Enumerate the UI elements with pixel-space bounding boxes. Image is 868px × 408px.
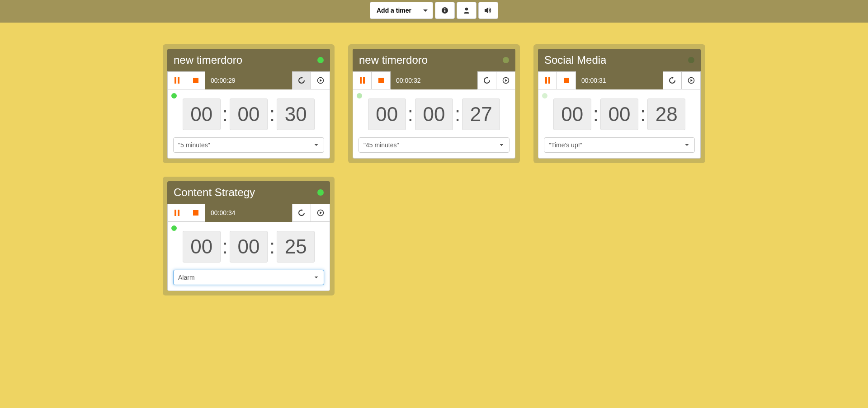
- pause-icon: [360, 77, 365, 84]
- timer-controls: 00:00:34: [167, 204, 330, 222]
- hours-segment[interactable]: 00: [183, 98, 221, 130]
- svg-point-1: [444, 8, 446, 9]
- status-dot-icon: [503, 57, 509, 63]
- add-timer-button[interactable]: Add a timer: [370, 2, 418, 19]
- stop-button[interactable]: [186, 71, 205, 89]
- play-button[interactable]: [496, 71, 515, 89]
- elapsed-time: 00:00:34: [205, 204, 292, 222]
- play-button[interactable]: [311, 204, 330, 222]
- alarm-select[interactable]: "45 minutes": [359, 137, 509, 153]
- stop-button[interactable]: [557, 71, 576, 89]
- play-circle-icon: [502, 77, 509, 84]
- refresh-icon: [669, 77, 676, 84]
- countdown-display: 00:00:28: [544, 98, 695, 130]
- timer-card: new timerdoro00:00:3200:00:27"45 minutes…: [348, 44, 520, 163]
- seconds-segment[interactable]: 30: [277, 98, 315, 130]
- hours-segment[interactable]: 00: [553, 98, 591, 130]
- timer-card: new timerdoro00:00:2900:00:30"5 minutes": [163, 44, 335, 163]
- timer-title: Social Media: [544, 54, 606, 66]
- refresh-button[interactable]: [477, 71, 496, 89]
- mini-status-dot-icon: [357, 93, 362, 98]
- mini-status-dot-icon: [171, 93, 177, 98]
- countdown-display: 00:00:25: [173, 231, 324, 263]
- timer-header[interactable]: new timerdoro: [167, 49, 330, 71]
- topbar-controls: Add a timer: [370, 2, 498, 19]
- status-dot-icon: [317, 189, 324, 196]
- pause-button[interactable]: [538, 71, 557, 89]
- refresh-button[interactable]: [292, 204, 311, 222]
- pause-button[interactable]: [353, 71, 372, 89]
- refresh-icon: [298, 77, 305, 84]
- timer-controls: 00:00:32: [353, 71, 515, 89]
- timer-title: new timerdoro: [359, 54, 428, 66]
- sound-button[interactable]: [478, 2, 498, 19]
- timer-title: new timerdoro: [174, 54, 242, 66]
- minutes-segment[interactable]: 00: [230, 98, 268, 130]
- hours-segment[interactable]: 00: [183, 231, 221, 263]
- stop-icon: [193, 210, 198, 216]
- stop-icon: [193, 78, 198, 83]
- mini-status-dot-icon: [542, 93, 547, 98]
- user-button[interactable]: [457, 2, 476, 19]
- pause-button[interactable]: [167, 204, 186, 222]
- info-icon: [441, 7, 448, 14]
- seconds-segment[interactable]: 27: [462, 98, 500, 130]
- pause-icon: [175, 77, 179, 84]
- alarm-select[interactable]: "5 minutes": [173, 137, 324, 153]
- alarm-select[interactable]: Alarm: [173, 270, 324, 285]
- refresh-button[interactable]: [663, 71, 682, 89]
- elapsed-time: 00:00:31: [576, 71, 663, 89]
- timer-header[interactable]: Social Media: [538, 49, 701, 71]
- timers-grid: new timerdoro00:00:2900:00:30"5 minutes"…: [154, 23, 714, 305]
- status-dot-icon: [317, 57, 324, 63]
- seconds-segment[interactable]: 25: [277, 231, 315, 263]
- status-dot-icon: [688, 57, 694, 63]
- refresh-icon: [483, 77, 491, 84]
- volume-icon: [484, 7, 492, 14]
- minutes-segment[interactable]: 00: [415, 98, 453, 130]
- refresh-icon: [298, 209, 305, 216]
- timer-title: Content Strategy: [174, 186, 255, 199]
- timer-body: 00:00:30"5 minutes": [167, 89, 330, 159]
- svg-rect-2: [444, 10, 445, 12]
- timer-body: 00:00:28"Time's up!": [538, 89, 701, 159]
- info-button[interactable]: [435, 2, 455, 19]
- timer-header[interactable]: Content Strategy: [167, 181, 330, 204]
- play-button[interactable]: [682, 71, 701, 89]
- timer-card: Content Strategy00:00:3400:00:25Alarm: [163, 177, 335, 295]
- timer-body: 00:00:25Alarm: [167, 222, 330, 291]
- elapsed-time: 00:00:29: [205, 71, 292, 89]
- pause-icon: [175, 210, 179, 216]
- stop-icon: [378, 78, 384, 83]
- alarm-select[interactable]: "Time's up!": [544, 137, 695, 153]
- minutes-segment[interactable]: 00: [600, 98, 638, 130]
- countdown-display: 00:00:30: [173, 98, 324, 130]
- stop-button[interactable]: [186, 204, 205, 222]
- play-button[interactable]: [311, 71, 330, 89]
- pause-icon: [545, 77, 550, 84]
- pause-button[interactable]: [167, 71, 186, 89]
- timer-header[interactable]: new timerdoro: [353, 49, 515, 71]
- topbar: Add a timer: [0, 0, 868, 23]
- stop-icon: [564, 78, 569, 83]
- user-icon: [463, 7, 470, 14]
- minutes-segment[interactable]: 00: [230, 231, 268, 263]
- elapsed-time: 00:00:32: [391, 71, 477, 89]
- timer-body: 00:00:27"45 minutes": [353, 89, 515, 159]
- stop-button[interactable]: [372, 71, 391, 89]
- timer-controls: 00:00:29: [167, 71, 330, 89]
- timer-controls: 00:00:31: [538, 71, 701, 89]
- play-circle-icon: [317, 209, 324, 216]
- mini-status-dot-icon: [171, 225, 177, 231]
- timer-card: Social Media00:00:3100:00:28"Time's up!": [533, 44, 705, 163]
- svg-point-3: [465, 8, 468, 10]
- play-circle-icon: [317, 77, 324, 84]
- refresh-button[interactable]: [292, 71, 311, 89]
- hours-segment[interactable]: 00: [368, 98, 406, 130]
- seconds-segment[interactable]: 28: [647, 98, 685, 130]
- add-timer-dropdown-toggle[interactable]: [418, 2, 433, 19]
- chevron-down-icon: [423, 9, 428, 12]
- play-circle-icon: [688, 77, 695, 84]
- countdown-display: 00:00:27: [359, 98, 509, 130]
